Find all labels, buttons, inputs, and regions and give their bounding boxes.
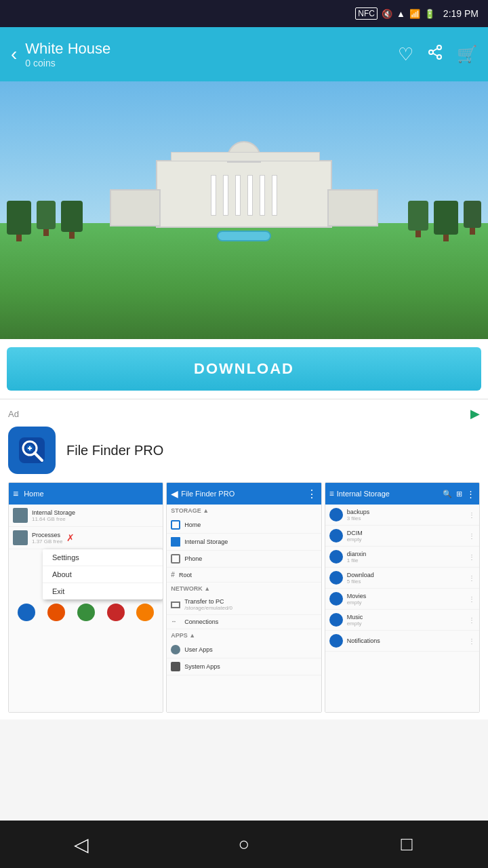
battery-icon: 🔋 (424, 9, 435, 19)
trees-left (7, 201, 83, 241)
item-icon (13, 530, 28, 545)
list-item: dianxin 1 file ⋮ (325, 547, 479, 568)
list-item: backups 3 files ⋮ (325, 505, 479, 526)
nfc-icon: NFC (355, 7, 378, 20)
ad-app-icon (8, 427, 56, 474)
context-menu: Settings About Exit (43, 549, 163, 599)
item-text: Internal Storage 11.64 GB free (32, 509, 75, 522)
list-item: Notifications ⋮ (325, 631, 479, 652)
ss2-body: STORAGE ▲ Home Internal Storage Phone # … (167, 505, 321, 712)
cart-button[interactable]: 🛒 (457, 45, 477, 64)
ss3-header: ≡ Internal Storage 🔍 ⊞ ⋮ (325, 483, 479, 505)
download-button[interactable]: DOWNLOAD (7, 347, 481, 391)
list-item: # Root (167, 568, 321, 583)
bottom-navigation: ◁ ○ □ (0, 821, 488, 868)
right-wing (327, 189, 378, 226)
tree (37, 201, 56, 241)
sim-icon: 📶 (409, 9, 420, 19)
ss2-header-title: File Finder PRO (181, 490, 235, 498)
svg-line-4 (433, 49, 438, 52)
trees-right (408, 201, 481, 241)
screenshot-1: ≡ Home Internal Storage 11.64 GB free Pr… (8, 482, 163, 713)
list-item: Processes 1.37 GB free ✗ (9, 527, 163, 549)
column (211, 175, 216, 216)
back-button[interactable]: ‹ (11, 43, 17, 65)
column (247, 175, 253, 216)
status-icons: NFC 🔇 ▲ 📶 🔋 2:19 PM (355, 7, 479, 20)
favorite-button[interactable]: ♡ (398, 44, 413, 65)
toolbar: ‹ White House 0 coins ♡ 🛒 (0, 27, 488, 81)
ss3-header-title: Internal Storage (337, 490, 390, 498)
list-item: System Apps (167, 658, 321, 675)
download-section: DOWNLOAD (0, 339, 488, 399)
list-item: Music empty ⋮ (325, 610, 479, 631)
list-item: Phone (167, 551, 321, 568)
nav-recents-button[interactable]: □ (386, 824, 427, 865)
nav-back-button[interactable]: ◁ (61, 824, 102, 865)
tree (61, 201, 83, 241)
list-item: Internal Storage 11.64 GB free (9, 505, 163, 527)
status-bar: NFC 🔇 ▲ 📶 🔋 2:19 PM (0, 0, 488, 27)
list-item: Download 5 files ⋮ (325, 568, 479, 589)
ss1-header: ≡ Home (9, 483, 163, 505)
screenshot-2: ◀ File Finder PRO ⋮ STORAGE ▲ Home Inter… (166, 482, 321, 713)
menu-item-about: About (43, 566, 163, 583)
toolbar-title: White House (25, 40, 398, 58)
back-nav-icon: ◁ (74, 833, 89, 856)
pediment (171, 152, 320, 161)
list-item: Transfer to PC /storage/emulated/0 (167, 595, 321, 615)
item-text: Processes 1.37 GB free (32, 532, 62, 545)
tree (408, 201, 428, 241)
ad-app-row[interactable]: File Finder PRO (8, 427, 480, 474)
column (260, 175, 265, 216)
ad-header: Ad ▶ (8, 406, 480, 421)
main-building (156, 160, 332, 228)
screenshots-row: ≡ Home Internal Storage 11.64 GB free Pr… (8, 482, 480, 713)
column (223, 175, 228, 216)
app-icons-row (9, 599, 163, 625)
list-item: ↔ Connections (167, 615, 321, 629)
ss3-body: backups 3 files ⋮ DCIM empty ⋮ (325, 505, 479, 712)
mute-icon: 🔇 (382, 9, 392, 19)
screenshot-3: ≡ Internal Storage 🔍 ⊞ ⋮ backups 3 files… (325, 482, 480, 713)
app-dot (18, 604, 35, 621)
toolbar-actions: ♡ 🛒 (398, 44, 477, 65)
white-house-building (122, 160, 366, 241)
ad-section: Ad ▶ File Finder PRO ≡ Home (0, 399, 488, 719)
app-dot (107, 604, 125, 621)
app-dot (47, 604, 65, 621)
tree (7, 201, 31, 241)
share-button[interactable] (427, 44, 443, 64)
list-item: DCIM empty ⋮ (325, 526, 479, 547)
svg-line-3 (433, 54, 438, 56)
ss1-header-title: Home (24, 490, 43, 498)
home-nav-icon: ○ (239, 833, 250, 855)
list-item: User Apps (167, 642, 321, 658)
ad-attribution-icon: ▶ (470, 406, 480, 421)
ss2-header: ◀ File Finder PRO ⋮ (167, 483, 321, 505)
ad-app-name: File Finder PRO (66, 443, 163, 458)
tree (464, 201, 481, 241)
item-icon (13, 508, 28, 523)
app-dot (77, 604, 95, 621)
recents-nav-icon: □ (401, 833, 413, 855)
column (235, 175, 241, 216)
status-time: 2:19 PM (443, 8, 479, 19)
column (272, 175, 277, 216)
ad-label: Ad (8, 409, 19, 419)
app-dot (136, 604, 154, 621)
toolbar-title-block: White House 0 coins (25, 40, 398, 68)
list-item: Home (167, 517, 321, 534)
nav-home-button[interactable]: ○ (224, 824, 264, 865)
toolbar-subtitle: 0 coins (25, 58, 398, 68)
list-item: Internal Storage (167, 534, 321, 551)
hero-scene (0, 81, 488, 339)
menu-item-exit: Exit (43, 583, 163, 599)
list-item: Movies empty ⋮ (325, 589, 479, 610)
menu-item-settings: Settings (43, 549, 163, 566)
ss1-body: Internal Storage 11.64 GB free Processes… (9, 505, 163, 712)
hero-image (0, 81, 488, 339)
fountain (217, 231, 271, 241)
left-wing (110, 189, 161, 226)
tree (434, 201, 458, 241)
